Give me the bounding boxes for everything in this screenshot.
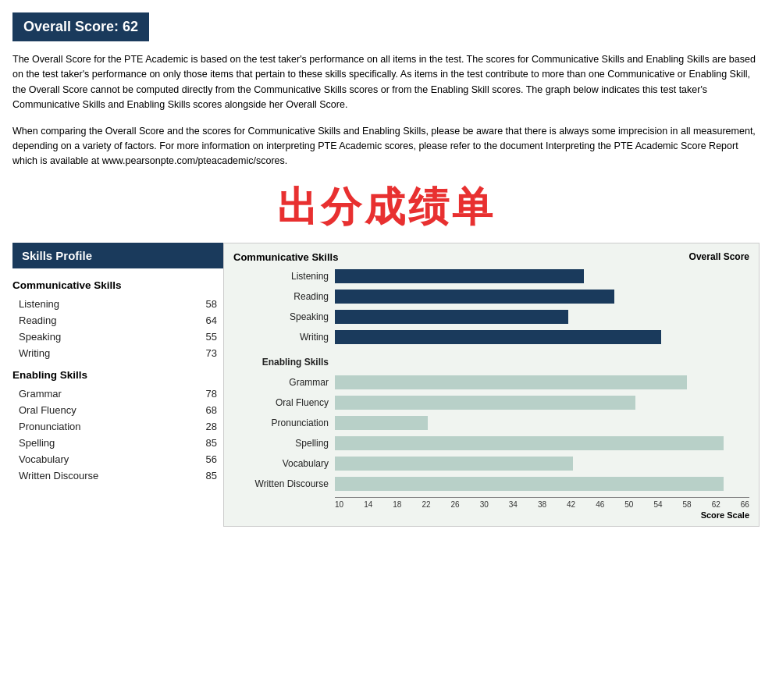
bar-label-writing: Writing (233, 332, 335, 343)
axis-tick-34: 34 (509, 500, 518, 509)
bar-container-vocabulary (335, 457, 749, 471)
bar-reading (335, 290, 614, 304)
description-paragraph-2: When comparing the Overall Score and the… (12, 124, 760, 169)
description-paragraph-1: The Overall Score for the PTE Academic i… (12, 52, 760, 113)
bar-container-grammar (335, 375, 749, 389)
bar-container-writing (335, 330, 749, 344)
bar-label-reading: Reading (233, 291, 335, 302)
skill-name-grammar: Grammar (19, 388, 62, 400)
enabling-skill-row-vocabulary: Vocabulary 56 (12, 451, 223, 467)
bar-container-written-discourse (335, 477, 749, 491)
communicative-skill-row-writing: Writing 73 (12, 345, 223, 361)
axis-tick-46: 46 (596, 500, 604, 509)
main-layout: Skills Profile Communicative Skills List… (12, 243, 760, 527)
bar-row-oral-fluency: Oral Fluency (233, 394, 749, 411)
axis-tick-42: 42 (567, 500, 575, 509)
enabling-skill-row-oral-fluency: Oral Fluency 68 (12, 402, 223, 418)
axis-tick-54: 54 (653, 500, 662, 509)
bar-listening (335, 269, 584, 283)
skill-name-oral-fluency: Oral Fluency (19, 404, 76, 416)
bar-container-reading (335, 290, 749, 304)
bar-row-vocabulary: Vocabulary (233, 455, 749, 472)
chart-comm-label: Communicative Skills (233, 251, 338, 263)
enabling-skill-row-written-discourse: Written Discourse 85 (12, 467, 223, 484)
communicative-skill-row-speaking: Speaking 55 (12, 329, 223, 345)
skill-score-spelling: 85 (206, 437, 217, 449)
skill-score-oral-fluency: 68 (206, 404, 217, 416)
bar-row-speaking: Speaking (233, 308, 749, 325)
skill-score-pronunciation: 28 (206, 421, 217, 432)
bar-label-spelling: Spelling (233, 438, 335, 449)
bar-oral-fluency (335, 396, 635, 410)
bar-written-discourse (335, 477, 724, 491)
bar-writing (335, 330, 661, 344)
axis-tick-50: 50 (624, 500, 633, 509)
axis-tick-62: 62 (712, 500, 720, 509)
axis-tick-58: 58 (683, 500, 692, 509)
skill-name-writing: Writing (19, 347, 50, 359)
bar-label-grammar: Grammar (233, 377, 335, 388)
overall-score-box: Overall Score: 62 (12, 12, 149, 41)
bar-spelling (335, 436, 724, 450)
chart-enabling-label: Enabling Skills (233, 357, 335, 368)
bar-pronunciation (335, 416, 428, 430)
bar-label-oral-fluency: Oral Fluency (233, 397, 335, 408)
bar-label-speaking: Speaking (233, 311, 335, 322)
skills-profile-header: Skills Profile (12, 243, 223, 268)
bar-label-pronunciation: Pronunciation (233, 418, 335, 428)
bar-vocabulary (335, 457, 573, 471)
axis-tick-66: 66 (741, 500, 749, 509)
skill-score-speaking: 55 (206, 331, 217, 343)
axis-tick-18: 18 (393, 500, 401, 509)
skill-score-listening: 58 (206, 298, 217, 310)
bar-speaking (335, 310, 568, 324)
bar-row-writing: Writing (233, 329, 749, 346)
skill-score-reading: 64 (206, 314, 217, 326)
skill-name-listening: Listening (19, 298, 59, 310)
bar-row-pronunciation: Pronunciation (233, 414, 749, 432)
chart-header-row: Communicative Skills Overall Score (233, 251, 749, 263)
enabling-header-spacer (335, 355, 749, 369)
chart-axis: 10 14 18 22 26 30 34 38 42 46 50 54 58 6… (335, 497, 749, 509)
bar-grammar (335, 375, 687, 389)
bar-row-spelling: Spelling (233, 435, 749, 452)
watermark-text: 出分成绩单 (12, 180, 760, 235)
communicative-skill-row-listening: Listening 58 (12, 296, 223, 312)
skill-name-vocabulary: Vocabulary (19, 453, 69, 465)
axis-tick-14: 14 (364, 500, 372, 509)
communicative-skills-title: Communicative Skills (12, 279, 223, 291)
skills-profile-panel: Skills Profile Communicative Skills List… (12, 243, 223, 484)
skill-score-vocabulary: 56 (206, 453, 217, 465)
communicative-skill-row-reading: Reading 64 (12, 312, 223, 329)
chart-overall-label: Overall Score (689, 251, 749, 263)
enabling-skill-row-spelling: Spelling 85 (12, 435, 223, 451)
bar-row-listening: Listening (233, 268, 749, 285)
bar-row-grammar: Grammar (233, 374, 749, 391)
skill-score-written-discourse: 85 (206, 470, 217, 481)
bar-container-oral-fluency (335, 396, 749, 410)
bar-row-reading: Reading (233, 288, 749, 305)
axis-tick-22: 22 (422, 500, 430, 509)
axis-tick-26: 26 (451, 500, 460, 509)
enabling-skill-row-pronunciation: Pronunciation 28 (12, 418, 223, 435)
bar-container-pronunciation (335, 416, 749, 430)
skill-score-grammar: 78 (206, 388, 217, 400)
bar-label-written-discourse: Written Discourse (233, 478, 335, 489)
enabling-skill-row-grammar: Grammar 78 (12, 386, 223, 402)
enabling-skills-title: Enabling Skills (12, 369, 223, 381)
skill-name-written-discourse: Written Discourse (19, 470, 98, 481)
bar-row-written-discourse: Written Discourse (233, 475, 749, 492)
chart-enabling-header: Enabling Skills (233, 354, 749, 371)
skill-name-speaking: Speaking (19, 331, 61, 343)
skill-name-reading: Reading (19, 314, 56, 326)
chart-panel: Communicative Skills Overall Score Liste… (223, 243, 760, 527)
axis-title: Score Scale (233, 510, 749, 520)
skill-score-writing: 73 (206, 347, 217, 359)
skill-name-pronunciation: Pronunciation (19, 421, 81, 432)
bar-container-listening (335, 269, 749, 283)
skill-name-spelling: Spelling (19, 437, 55, 449)
axis-tick-38: 38 (538, 500, 546, 509)
axis-ticks-row: 10 14 18 22 26 30 34 38 42 46 50 54 58 6… (335, 498, 749, 509)
axis-tick-30: 30 (480, 500, 489, 509)
axis-tick-10: 10 (335, 500, 343, 509)
